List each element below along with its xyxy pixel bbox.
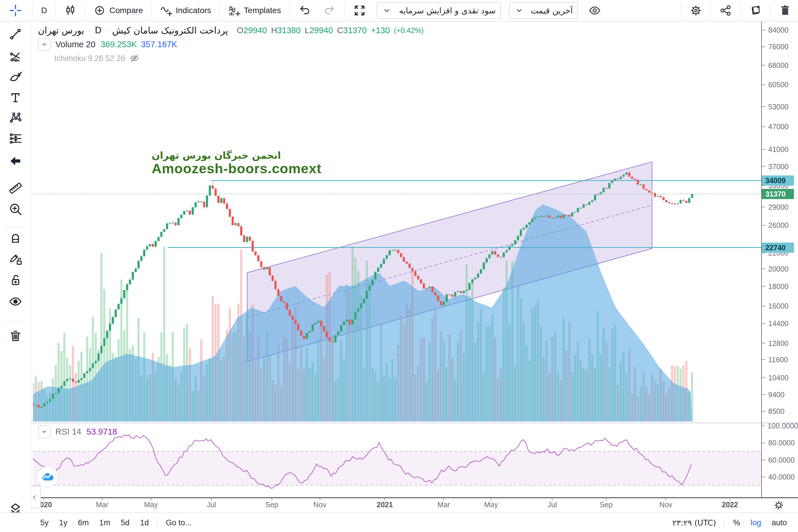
clock-utc-label[interactable]: ۲۳:۲۹ (UTC) bbox=[667, 518, 721, 527]
chart-style-button[interactable] bbox=[57, 1, 83, 20]
time-axis[interactable]: 2020MarMayJulSepNov2021MarMayJulSepNov20… bbox=[33, 498, 761, 512]
volume-ma-value: 357.167K bbox=[141, 40, 177, 49]
prediction-tool-icon[interactable] bbox=[8, 132, 22, 147]
templates-button[interactable]: Templates bbox=[222, 1, 288, 20]
rsi-chart-svg bbox=[33, 423, 761, 497]
price-tick: 68000 bbox=[762, 61, 798, 70]
price-tick: 18000 bbox=[762, 282, 798, 290]
price-tick: 26000 bbox=[762, 221, 798, 230]
share-button[interactable] bbox=[713, 1, 739, 20]
gann-fib-tool-icon[interactable] bbox=[8, 49, 22, 64]
price-axis-border bbox=[761, 21, 762, 497]
arrow-tool-icon[interactable] bbox=[8, 154, 22, 169]
fundamental-dropdown[interactable]: سود نقدی و افزایش سرمایه bbox=[377, 2, 501, 19]
delete-button[interactable] bbox=[772, 1, 798, 20]
hide-all-drawings-icon[interactable] bbox=[8, 294, 22, 309]
time-axis-border bbox=[31, 497, 798, 498]
change-percent: (+0.42%) bbox=[394, 26, 424, 35]
measure-tool-icon[interactable] bbox=[8, 181, 22, 196]
interval-button[interactable]: D bbox=[35, 1, 53, 20]
watchlist-eye-button[interactable] bbox=[582, 1, 608, 20]
trend-line-tool-icon[interactable] bbox=[8, 27, 22, 42]
chevron-down-icon bbox=[514, 5, 524, 16]
range-1y-button[interactable]: 1y bbox=[54, 518, 73, 527]
goto-date-button[interactable]: Go to... bbox=[160, 518, 197, 527]
snapshot-button[interactable] bbox=[743, 1, 768, 20]
brush-tool-icon[interactable] bbox=[8, 70, 22, 85]
chart-application: D Compare Indicators Templates سود نقدی … bbox=[0, 0, 798, 532]
remove-drawings-icon[interactable] bbox=[8, 329, 22, 344]
chevron-down-icon bbox=[40, 40, 48, 48]
chevron-left-icon bbox=[31, 494, 38, 501]
ichimoku-indicator-row: Ichimoku 9 26 52 26 bbox=[54, 53, 424, 63]
crosshair-tool-icon[interactable] bbox=[9, 4, 22, 17]
price-tick: 20000 bbox=[762, 265, 798, 273]
collapse-volume-button[interactable] bbox=[38, 38, 51, 51]
trash-filled-icon bbox=[779, 4, 792, 17]
redo-button[interactable] bbox=[317, 1, 343, 20]
auto-scale-toggle[interactable]: auto bbox=[766, 518, 792, 527]
rsi-indicator-row: RSI 14 53.9718 bbox=[38, 425, 117, 438]
price-tick: 10400 bbox=[762, 373, 798, 382]
pane-separator[interactable] bbox=[31, 423, 798, 423]
symbol-title-row[interactable]: بورس تهران · D · پرداخت الکترونیک سامان … bbox=[38, 25, 424, 36]
rsi-value: 53.9718 bbox=[87, 427, 117, 437]
rsi-band bbox=[33, 451, 761, 485]
undo-icon bbox=[298, 4, 311, 17]
price-label-34009: 34009 bbox=[762, 175, 794, 186]
main-chart-canvas[interactable] bbox=[33, 21, 761, 423]
range-6m-button[interactable]: 6m bbox=[73, 518, 94, 527]
price-axis[interactable]: 8400076000680006050053000470004100037000… bbox=[762, 21, 798, 497]
price-label-22740: 22740 bbox=[762, 242, 794, 252]
rsi-label: RSI 14 bbox=[55, 427, 81, 437]
price-tick: 11600 bbox=[762, 355, 798, 364]
magnet-mode-icon[interactable] bbox=[8, 231, 22, 246]
range-5y-button[interactable]: 5y bbox=[35, 518, 54, 527]
range-1m-button[interactable]: 1m bbox=[94, 518, 116, 527]
price-tick: 9400 bbox=[762, 390, 798, 399]
settings-button[interactable] bbox=[683, 1, 709, 20]
pattern-tool-icon[interactable] bbox=[8, 111, 22, 126]
rsi-tick: 80.0000 bbox=[762, 439, 798, 447]
main-chart-svg bbox=[33, 21, 761, 423]
ichimoku-label: Ichimoku 9 26 52 26 bbox=[54, 54, 125, 63]
change-value: +130 bbox=[371, 26, 390, 35]
price-tick: 14400 bbox=[762, 319, 798, 328]
price-tick: 29000 bbox=[762, 203, 798, 211]
indicators-icon bbox=[160, 4, 173, 17]
legend: بورس تهران · D · پرداخت الکترونیک سامان … bbox=[38, 25, 424, 66]
session-settings-sun-icon[interactable] bbox=[773, 499, 784, 511]
undo-button[interactable] bbox=[291, 1, 317, 20]
price-tick: 84000 bbox=[762, 26, 798, 34]
indicators-button[interactable]: Indicators bbox=[153, 1, 217, 20]
time-label: Nov bbox=[314, 500, 326, 509]
templates-icon bbox=[228, 4, 241, 17]
range-5d-button[interactable]: 5d bbox=[115, 518, 135, 527]
chevron-down-icon bbox=[382, 5, 392, 16]
time-label: May bbox=[484, 500, 498, 509]
price-tick: 8500 bbox=[762, 407, 798, 416]
last-price-dropdown[interactable]: آخرین قیمت bbox=[509, 2, 578, 19]
fullscreen-button[interactable] bbox=[347, 1, 373, 20]
eye-off-icon[interactable] bbox=[129, 53, 140, 63]
price-tick: 53000 bbox=[762, 102, 798, 111]
zoom-in-tool-icon[interactable] bbox=[8, 202, 22, 217]
rsi-pane-canvas[interactable] bbox=[33, 423, 761, 497]
lock-all-drawings-icon[interactable] bbox=[8, 273, 22, 288]
compare-button[interactable]: Compare bbox=[87, 1, 149, 20]
range-1d-button[interactable]: 1d bbox=[135, 518, 154, 527]
provider-logo[interactable] bbox=[37, 467, 58, 488]
compare-plus-icon bbox=[94, 4, 107, 17]
time-label: Mar bbox=[96, 500, 109, 509]
text-tool-icon[interactable] bbox=[8, 91, 22, 106]
redo-icon bbox=[323, 4, 336, 17]
candlestick-style-icon bbox=[64, 4, 77, 17]
drawing-mode-lock-icon[interactable] bbox=[8, 252, 22, 267]
ohlc-values: O29940 H31380 L29940 C31370 +130 (+0.42%… bbox=[237, 26, 424, 35]
drawing-toolbar bbox=[0, 21, 31, 512]
percent-scale-toggle[interactable]: % bbox=[728, 518, 745, 527]
interval-label: D bbox=[95, 25, 101, 36]
price-tick: 60500 bbox=[762, 80, 798, 89]
log-scale-toggle[interactable]: log bbox=[745, 518, 766, 527]
collapse-rsi-button[interactable] bbox=[38, 425, 51, 438]
